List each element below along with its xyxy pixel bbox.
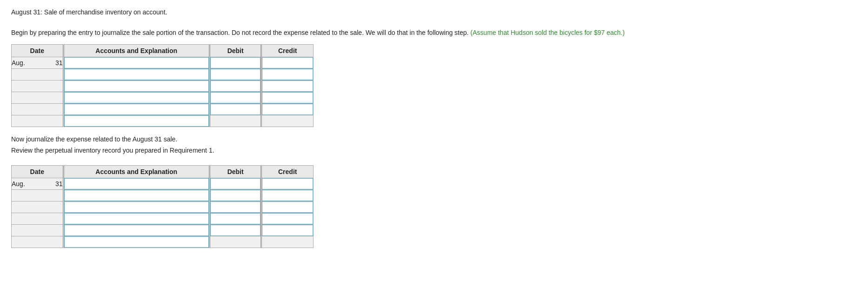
account-cell-2-5 <box>63 225 209 236</box>
green-assumption: (Assume that Hudson sold the bicycles fo… <box>470 29 625 36</box>
debit-cell-1-5 <box>209 104 261 115</box>
credit-input-2-1[interactable] <box>262 178 313 189</box>
credit-input-1-4[interactable] <box>262 92 313 103</box>
debit-input-1-4[interactable] <box>210 92 261 103</box>
table-row <box>12 81 314 92</box>
date-day-1: 31 <box>55 59 63 67</box>
credit-cell-2-3 <box>261 201 314 213</box>
credit-cell-2-4 <box>261 213 314 225</box>
journal-table-2: Date Accounts and Explanation Debit Cred… <box>11 165 314 248</box>
date-cell-2-6 <box>12 236 64 248</box>
debit-input-2-2[interactable] <box>210 190 261 201</box>
instruction-text-main: Begin by preparing the entry to journali… <box>11 29 468 36</box>
account-cell-1-4 <box>63 92 209 104</box>
date-month-1: Aug. <box>12 59 25 67</box>
debit-cell-1-1 <box>209 57 261 69</box>
table-row <box>12 69 314 81</box>
debit-cell-2-6 <box>209 236 261 248</box>
debit-input-1-2[interactable] <box>210 69 261 80</box>
date-cell-1-6 <box>12 115 64 127</box>
debit-input-1-1[interactable] <box>210 57 261 68</box>
account-input-2-1[interactable] <box>64 178 209 189</box>
table-row: Aug. 31 <box>12 178 314 190</box>
credit-cell-1-3 <box>261 81 314 92</box>
col-header-date-2: Date <box>12 166 64 178</box>
date-cell-1-5 <box>12 104 64 115</box>
account-input-1-4[interactable] <box>64 92 209 103</box>
table-row <box>12 115 314 127</box>
debit-cell-2-4 <box>209 213 261 225</box>
table-row <box>12 225 314 236</box>
debit-cell-2-5 <box>209 225 261 236</box>
table-row <box>12 92 314 104</box>
table-row: Aug. 31 <box>12 57 314 69</box>
credit-input-1-5[interactable] <box>262 104 313 115</box>
col-header-date-1: Date <box>12 45 64 57</box>
instruction-line2: Begin by preparing the entry to journali… <box>11 28 857 38</box>
account-cell-2-1 <box>63 178 209 190</box>
credit-cell-2-2 <box>261 190 314 201</box>
date-cell-1-4 <box>12 92 64 104</box>
credit-input-1-3[interactable] <box>262 81 313 92</box>
debit-cell-2-3 <box>209 201 261 213</box>
account-cell-1-2 <box>63 69 209 81</box>
account-input-2-5[interactable] <box>64 225 209 236</box>
credit-input-2-4[interactable] <box>262 213 313 224</box>
col-header-debit-1: Debit <box>209 45 261 57</box>
account-input-2-6[interactable] <box>64 236 209 248</box>
account-cell-2-6 <box>63 236 209 248</box>
account-input-1-5[interactable] <box>64 104 209 115</box>
debit-cell-1-2 <box>209 69 261 81</box>
credit-input-1-1[interactable] <box>262 57 313 68</box>
account-cell-2-4 <box>63 213 209 225</box>
credit-cell-2-1 <box>261 178 314 190</box>
account-input-2-4[interactable] <box>64 213 209 224</box>
date-cell-1-2 <box>12 69 64 81</box>
credit-cell-2-6 <box>261 236 314 248</box>
account-input-1-3[interactable] <box>64 81 209 92</box>
credit-input-2-3[interactable] <box>262 201 313 213</box>
credit-cell-2-5 <box>261 225 314 236</box>
debit-input-2-3[interactable] <box>210 201 261 213</box>
debit-cell-1-6 <box>209 115 261 127</box>
debit-cell-1-3 <box>209 81 261 92</box>
account-cell-1-6 <box>63 115 209 127</box>
table-row <box>12 201 314 213</box>
credit-input-2-5[interactable] <box>262 225 313 236</box>
table-row <box>12 190 314 201</box>
account-input-1-1[interactable] <box>64 57 209 68</box>
col-header-debit-2: Debit <box>209 166 261 178</box>
account-input-2-3[interactable] <box>64 201 209 213</box>
date-month-2: Aug. <box>12 180 25 188</box>
account-cell-1-5 <box>63 104 209 115</box>
section2-line2: Review the perpetual inventory record yo… <box>11 147 857 154</box>
debit-cell-2-1 <box>209 178 261 190</box>
date-cell-1-3 <box>12 81 64 92</box>
account-input-2-2[interactable] <box>64 190 209 201</box>
account-cell-2-2 <box>63 190 209 201</box>
section2-line1: Now journalize the expense related to th… <box>11 135 857 143</box>
table-row <box>12 104 314 115</box>
credit-cell-1-6 <box>261 115 314 127</box>
date-cell-2-4 <box>12 213 64 225</box>
debit-input-1-5[interactable] <box>210 104 261 115</box>
account-input-1-6[interactable] <box>64 115 209 127</box>
table-row <box>12 236 314 248</box>
date-cell-2-5 <box>12 225 64 236</box>
debit-input-2-1[interactable] <box>210 178 261 189</box>
col-header-credit-1: Credit <box>261 45 314 57</box>
credit-input-1-2[interactable] <box>262 69 313 80</box>
credit-cell-1-1 <box>261 57 314 69</box>
date-cell-2-1: Aug. 31 <box>12 178 64 190</box>
account-input-1-2[interactable] <box>64 69 209 80</box>
debit-input-2-4[interactable] <box>210 213 261 224</box>
account-cell-2-3 <box>63 201 209 213</box>
col-header-credit-2: Credit <box>261 166 314 178</box>
credit-cell-1-5 <box>261 104 314 115</box>
debit-input-2-5[interactable] <box>210 225 261 236</box>
date-cell-2-2 <box>12 190 64 201</box>
date-cell-1-1: Aug. 31 <box>12 57 64 69</box>
debit-cell-2-2 <box>209 190 261 201</box>
credit-input-2-2[interactable] <box>262 190 313 201</box>
debit-input-1-3[interactable] <box>210 81 261 92</box>
